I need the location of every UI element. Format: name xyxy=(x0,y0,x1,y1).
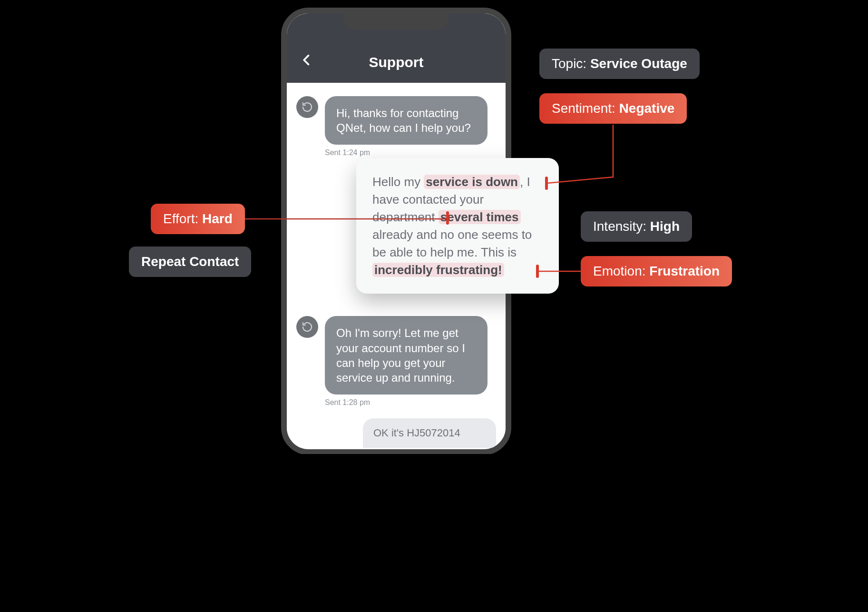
user-msg-text: Hello my xyxy=(372,175,424,189)
tag-label: Topic: xyxy=(552,56,590,71)
page-title: Support xyxy=(287,54,506,70)
tag-intensity: Intensity: High xyxy=(581,211,692,242)
highlight-several-times: several times xyxy=(439,210,521,224)
message-bubble: Hi, thanks for contacting QNet, how can … xyxy=(325,96,488,145)
tag-sentiment: Sentiment: Negative xyxy=(539,93,687,124)
tag-value: Frustration xyxy=(649,264,720,278)
tag-repeat-contact: Repeat Contact xyxy=(129,247,251,277)
tag-value: Repeat Contact xyxy=(141,254,239,269)
agent-avatar xyxy=(296,316,318,338)
message-row: Oh I'm sorry! Let me get your account nu… xyxy=(296,316,496,395)
tag-emotion: Emotion: Frustration xyxy=(581,256,732,286)
tag-value: Service Outage xyxy=(590,56,687,71)
tag-label: Emotion: xyxy=(593,264,649,278)
message-timestamp: Sent 1:24 pm xyxy=(325,148,496,157)
diagram-stage: Support Hi, thanks for contacting QNet, … xyxy=(122,0,746,454)
message-row: Hi, thanks for contacting QNet, how can … xyxy=(296,96,496,145)
tag-label: Sentiment: xyxy=(552,101,619,116)
agent-avatar xyxy=(296,96,318,118)
tag-value: High xyxy=(650,219,680,234)
highlight-tick xyxy=(446,211,449,225)
tag-topic: Topic: Service Outage xyxy=(539,49,700,79)
highlight-frustrating: incredibly frustrating! xyxy=(372,263,504,277)
highlight-service-down: service is down xyxy=(424,175,520,189)
user-msg-text: already and no one seems to be able to h… xyxy=(372,227,532,259)
tag-value: Hard xyxy=(202,211,233,226)
highlight-tick xyxy=(545,177,548,190)
tag-label: Intensity: xyxy=(593,219,650,234)
tag-value: Negative xyxy=(619,101,675,116)
highlight-tick xyxy=(536,265,539,278)
phone-notch xyxy=(344,13,449,30)
tag-effort: Effort: Hard xyxy=(151,204,245,234)
message-timestamp: Sent 1:28 pm xyxy=(325,398,496,407)
message-bubble-outgoing: OK it's HJ5072014 xyxy=(363,418,496,448)
tag-label: Effort: xyxy=(163,211,202,226)
user-message-card: Hello my service is down, I have contact… xyxy=(356,158,559,294)
message-bubble: Oh I'm sorry! Let me get your account nu… xyxy=(325,316,488,395)
